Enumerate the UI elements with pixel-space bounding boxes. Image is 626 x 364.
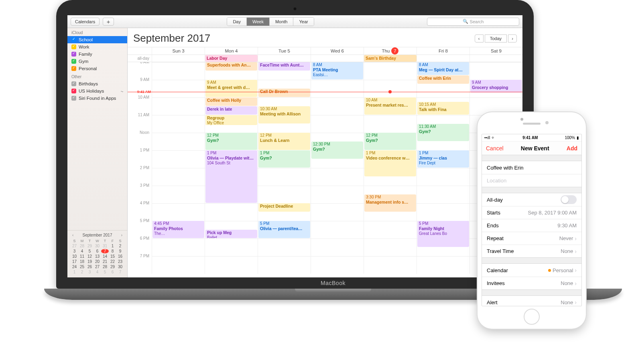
mini-day[interactable]: 24	[71, 265, 78, 269]
mini-day[interactable]: 5	[101, 270, 109, 274]
mini-day[interactable]: 30	[116, 265, 124, 269]
calendar-event[interactable]: Superfoods with An…	[205, 62, 257, 71]
mini-day[interactable]: 2	[116, 244, 124, 248]
day-column[interactable]: 10 AMPresent market res…12 PMGym?1 PMVid…	[364, 62, 417, 274]
invitees-row[interactable]: Invitees None›	[482, 277, 581, 289]
sidebar-calendar-item[interactable]: Gym	[67, 58, 127, 65]
day-header[interactable]: Thu7	[364, 47, 417, 55]
calendars-button[interactable]: Calendars	[71, 18, 100, 26]
mini-day[interactable]: 20	[93, 259, 101, 264]
mini-day[interactable]: 7	[101, 249, 109, 253]
prev-week[interactable]: ‹	[475, 34, 484, 42]
calendar-event[interactable]: 12 PMLunch & Learn	[258, 133, 310, 150]
event-location-field[interactable]: Location	[482, 174, 581, 187]
mini-day[interactable]: 16	[116, 254, 124, 259]
sidebar-calendar-item[interactable]: Personal	[67, 65, 127, 72]
calendar-event[interactable]: 5 PMFamily NightGreat Lanes Bo	[417, 221, 469, 247]
calendar-checkbox[interactable]	[71, 66, 76, 71]
calendar-event[interactable]: 1 PMVideo conference w…	[364, 150, 416, 176]
calendar-row[interactable]: Calendar Personal›	[482, 264, 581, 277]
mini-day[interactable]: 31	[101, 244, 109, 248]
calendar-event[interactable]: 9 AMGrocery shopping	[470, 80, 522, 93]
mini-day[interactable]: 22	[109, 259, 116, 264]
mini-day[interactable]: 1	[109, 244, 116, 248]
starts-row[interactable]: Starts Sep 8, 2017 9:00 AM	[482, 206, 581, 219]
calendar-event[interactable]: 10:30 AMMeeting with Allison	[258, 106, 310, 123]
mini-day[interactable]: 7	[116, 270, 124, 274]
calendar-event[interactable]: RegroupMy Office	[205, 115, 257, 125]
sidebar-calendar-item[interactable]: Work	[67, 43, 127, 51]
mini-day[interactable]: 6	[93, 249, 101, 253]
cancel-button[interactable]: Cancel	[486, 145, 504, 152]
allday-event[interactable]: Labor Day	[205, 55, 258, 62]
allday-event[interactable]: Sam's Birthday	[364, 55, 417, 62]
sidebar-calendar-item[interactable]: US Holidays⏦	[67, 87, 127, 95]
allday-toggle[interactable]	[561, 195, 577, 204]
view-week[interactable]: Week	[247, 18, 270, 26]
calendar-event[interactable]: 3:30 PMManagement info s…	[364, 194, 416, 212]
mini-day[interactable]: 26	[86, 265, 93, 269]
mini-day[interactable]: 8	[109, 249, 116, 253]
day-header[interactable]: Sun 3	[152, 47, 205, 55]
sidebar-calendar-item[interactable]: Family	[67, 51, 127, 58]
mini-day[interactable]: 25	[78, 265, 86, 269]
calendar-checkbox[interactable]	[71, 89, 76, 93]
event-title-field[interactable]: Coffee with Erin	[482, 161, 581, 174]
mini-day[interactable]: 28	[78, 244, 86, 248]
mini-day[interactable]: 17	[71, 259, 78, 264]
mini-day[interactable]: 6	[109, 270, 116, 274]
calendar-event[interactable]: 1 PMGym?	[258, 150, 310, 168]
mini-day[interactable]: 27	[71, 244, 78, 248]
calendar-checkbox[interactable]	[71, 59, 76, 64]
sidebar-calendar-item[interactable]: Birthdays	[67, 80, 127, 87]
traveltime-row[interactable]: Travel Time None›	[482, 245, 581, 257]
calendar-event[interactable]: Derek in late	[205, 106, 257, 115]
calendar-checkbox[interactable]	[71, 96, 76, 101]
calendar-event[interactable]: Pick up MegBallet…	[205, 230, 257, 238]
mini-day[interactable]: 29	[86, 244, 93, 248]
calendar-event[interactable]: 9 AMMeet & greet with d…	[205, 80, 257, 97]
next-week[interactable]: ›	[508, 34, 517, 42]
mini-next[interactable]: ›	[120, 233, 124, 237]
calendar-event[interactable]: 5 PMOlivia — parent/tea…	[258, 221, 310, 238]
day-header[interactable]: Mon 4	[205, 47, 258, 55]
calendar-checkbox[interactable]	[71, 81, 76, 86]
mini-day[interactable]: 19	[86, 259, 93, 264]
calendar-event[interactable]: 8 AMMeg — Spirit Day at…	[417, 62, 469, 75]
view-month[interactable]: Month	[270, 18, 294, 26]
mini-day[interactable]: 1	[71, 270, 78, 274]
mini-day[interactable]: 29	[109, 265, 116, 269]
mini-prev[interactable]: ‹	[71, 233, 75, 237]
mini-day[interactable]: 27	[93, 265, 101, 269]
repeat-row[interactable]: Repeat Never›	[482, 232, 581, 245]
day-header[interactable]: Wed 6	[311, 47, 364, 55]
mini-day[interactable]: 9	[116, 249, 124, 253]
calendar-event[interactable]: 12 PMGym?	[205, 133, 257, 150]
mini-day[interactable]: 11	[78, 254, 86, 259]
mini-day[interactable]: 3	[86, 270, 93, 274]
mini-day[interactable]: 15	[109, 254, 116, 259]
calendar-event[interactable]: 12 PMGym?	[364, 133, 416, 150]
calendar-checkbox[interactable]	[71, 37, 76, 42]
sidebar-calendar-item[interactable]: School	[67, 36, 127, 43]
day-header[interactable]: Tue 5	[258, 47, 311, 55]
alert-row[interactable]: Alert None›	[482, 296, 581, 306]
mini-day[interactable]: 28	[101, 265, 109, 269]
day-column[interactable]: Superfoods with An…9 AMMeet & greet with…	[205, 62, 258, 274]
calendar-event[interactable]: 1 PMJimmy — clasFire Dept	[417, 150, 469, 168]
search-input[interactable]: 🔍 Search	[427, 18, 519, 26]
allday-toggle-row[interactable]: All-day	[482, 193, 581, 206]
mini-day[interactable]: 14	[101, 254, 109, 259]
mini-day[interactable]: 4	[93, 270, 101, 274]
calendar-event[interactable]: Call Dr Brown	[258, 89, 310, 97]
mini-day[interactable]: 10	[71, 254, 78, 259]
calendar-event[interactable]: 8 AMPTA MeetingEastsi…	[311, 62, 363, 79]
calendar-event[interactable]: 11:30 AMGym?	[417, 124, 469, 141]
calendar-checkbox[interactable]	[71, 52, 76, 57]
ends-row[interactable]: Ends 9:30 AM	[482, 219, 581, 232]
week-grid[interactable]: 8 AM9 AM10 AM11 AMNoon1 PM2 PM3 PM4 PM5 …	[128, 62, 522, 277]
day-header[interactable]: Fri 8	[417, 47, 470, 55]
calendar-event[interactable]: 1 PMOlivia — Playdate with Brie104 South…	[205, 150, 257, 203]
mini-day[interactable]: 3	[71, 249, 78, 253]
add-button[interactable]: Add	[567, 145, 577, 152]
